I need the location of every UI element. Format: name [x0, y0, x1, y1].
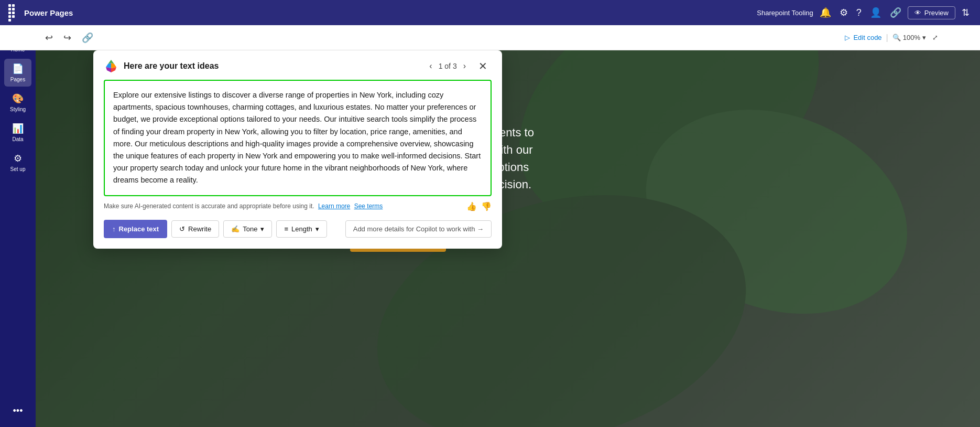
edit-code-button[interactable]: ▷ Edit code	[845, 34, 881, 41]
thumbs-up-icon[interactable]: 👍	[466, 201, 477, 211]
length-button[interactable]: ≡ Length ▾	[276, 220, 326, 238]
sidebar-item-more[interactable]: •••	[4, 401, 31, 421]
tone-button[interactable]: ✍ Tone ▾	[223, 220, 272, 238]
left-sidebar: ⌂ Home 📄 Pages 🎨 Styling 📊 Data ⚙ Set up…	[0, 25, 36, 427]
dialog-title: Here are your text ideas	[124, 61, 421, 71]
settings-icon[interactable]: ⚙	[837, 5, 850, 20]
top-bar: Power Pages Sharepoint Tooling 🔔 ⚙ ? 👤 🔗…	[0, 0, 980, 25]
redo-button[interactable]: ↪	[60, 30, 74, 46]
see-terms-link[interactable]: See terms	[354, 202, 383, 210]
notifications-icon[interactable]: 🔔	[818, 5, 833, 20]
zoom-out-icon[interactable]: 🔍	[892, 34, 901, 41]
close-dialog-button[interactable]: ✕	[474, 59, 492, 73]
main-content: Listings gs, ranging from cozy apartment…	[36, 50, 980, 427]
text-content-box[interactable]: Explore our extensive listings to discov…	[104, 80, 492, 196]
tone-chevron-icon: ▾	[260, 225, 264, 233]
length-chevron-icon: ▾	[315, 225, 319, 233]
tone-icon: ✍	[231, 225, 239, 233]
preview-icon: 👁	[914, 9, 921, 17]
zoom-chevron[interactable]: ▾	[922, 34, 926, 41]
avatar[interactable]: 👤	[868, 5, 884, 20]
sharepoint-text: Sharepoint Tooling	[757, 9, 813, 17]
undo-button[interactable]: ↩	[42, 30, 56, 46]
help-icon[interactable]: ?	[854, 5, 864, 20]
rewrite-icon: ↺	[179, 225, 185, 233]
page-indicator: 1 of 3	[439, 62, 457, 70]
generated-text: Explore our extensive listings to discov…	[113, 91, 481, 184]
data-icon: 📊	[12, 123, 24, 134]
nav-controls: ‹ 1 of 3 ›	[426, 60, 469, 72]
link-button[interactable]: 🔗	[79, 30, 96, 46]
copilot-dialog: Here are your text ideas ‹ 1 of 3 › ✕ Ex…	[93, 50, 502, 249]
prev-page-button[interactable]: ‹	[426, 60, 435, 72]
learn-more-link[interactable]: Learn more	[318, 202, 350, 210]
length-icon: ≡	[284, 225, 288, 233]
sidebar-item-data[interactable]: 📊 Data	[4, 119, 31, 146]
sub-toolbar: ↩ ↪ 🔗 ▷ Edit code | 🔍 100% ▾ ⤢	[0, 25, 980, 50]
sub-toolbar-left: ↩ ↪ 🔗	[42, 30, 96, 46]
sidebar-item-styling[interactable]: 🎨 Styling	[4, 89, 31, 116]
sidebar-item-pages[interactable]: 📄 Pages	[4, 59, 31, 87]
app-title: Power Pages	[24, 8, 73, 17]
feedback-icons: 👍 👎	[466, 201, 492, 211]
footer-note: Make sure AI-generated content is accura…	[104, 201, 492, 211]
more-icon: •••	[13, 405, 23, 417]
top-bar-left: Power Pages	[0, 4, 115, 22]
zoom-control: 🔍 100% ▾ ⤢	[892, 34, 938, 41]
copilot-gem-icon	[104, 59, 118, 73]
share-icon[interactable]: 🔗	[888, 5, 903, 20]
disclaimer-text: Make sure AI-generated content is accura…	[104, 202, 460, 210]
sub-toolbar-right: ▷ Edit code | 🔍 100% ▾ ⤢	[845, 33, 938, 42]
action-buttons: ↑ Replace text ↺ Rewrite ✍ Tone ▾ ≡ Leng…	[93, 211, 502, 238]
next-page-button[interactable]: ›	[460, 60, 469, 72]
dialog-header: Here are your text ideas ‹ 1 of 3 › ✕	[93, 50, 502, 80]
expand-icon[interactable]: ⤢	[932, 34, 938, 41]
copilot-logo	[104, 59, 118, 73]
preview-button[interactable]: 👁 Preview	[908, 6, 955, 19]
styling-icon: 🎨	[12, 93, 24, 104]
pages-icon: 📄	[12, 63, 24, 74]
top-bar-right: Sharepoint Tooling 🔔 ⚙ ? 👤 🔗 👁 Preview ⇅	[757, 5, 980, 20]
replace-text-button[interactable]: ↑ Replace text	[104, 220, 167, 238]
zoom-level: 100%	[903, 34, 920, 41]
add-details-button[interactable]: Add more details for Copilot to work wit…	[345, 220, 492, 238]
sync-icon[interactable]: ⇅	[960, 5, 972, 20]
waffle-icon[interactable]	[8, 4, 18, 22]
setup-icon: ⚙	[14, 153, 22, 164]
replace-icon: ↑	[112, 225, 116, 233]
sidebar-item-setup[interactable]: ⚙ Set up	[4, 148, 31, 176]
rewrite-button[interactable]: ↺ Rewrite	[171, 220, 219, 238]
code-icon: ▷	[845, 34, 850, 41]
thumbs-down-icon[interactable]: 👎	[481, 201, 492, 211]
